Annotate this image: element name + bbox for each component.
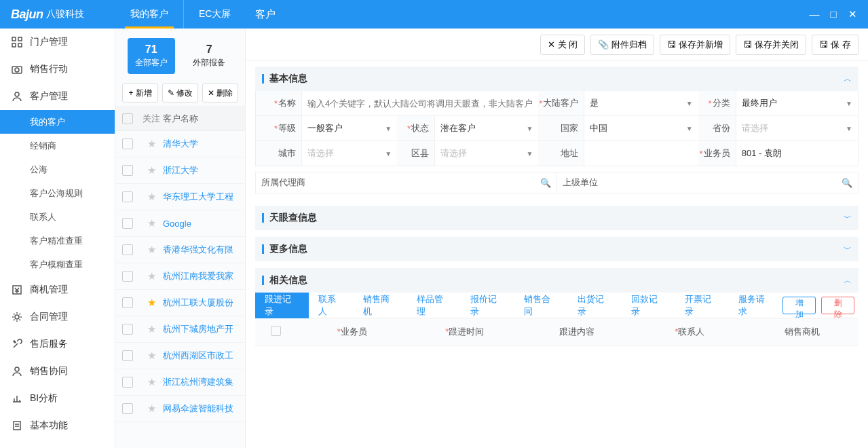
category-select[interactable]: 最终用户▼ — [736, 97, 858, 109]
list-row[interactable]: ★香港华强文化有限 — [115, 237, 245, 263]
star-icon[interactable]: ★ — [147, 403, 156, 414]
row-checkbox[interactable] — [122, 403, 133, 414]
rel-select-all[interactable] — [255, 326, 296, 338]
row-checkbox[interactable] — [122, 324, 133, 335]
save-new-button[interactable]: 🖫保存并新增 — [660, 35, 730, 55]
list-row[interactable]: ★清华大学 — [115, 131, 245, 157]
close-button[interactable]: ✕关 闭 — [540, 35, 586, 55]
nav-sub-dealer[interactable]: 经销商 — [0, 134, 115, 157]
count-tab-all[interactable]: 71全部客户 — [128, 38, 175, 74]
row-checkbox[interactable] — [122, 244, 133, 255]
close-icon[interactable]: ✕ — [846, 8, 858, 20]
save-close-button[interactable]: 🖫保存并关闭 — [736, 35, 806, 55]
star-icon[interactable]: ★ — [147, 323, 156, 335]
section-basic-header[interactable]: 基本信息︿ — [255, 67, 858, 91]
rel-tab[interactable]: 回款记录 — [622, 293, 675, 318]
customer-name-link[interactable]: 华东理工大学工程 — [163, 191, 238, 203]
rel-tab[interactable]: 跟进记录 — [255, 293, 309, 318]
nav-sub-dedup-exact[interactable]: 客户精准查重 — [0, 229, 115, 253]
row-checkbox[interactable] — [122, 350, 133, 361]
chevron-up-icon[interactable]: ︿ — [844, 73, 852, 85]
related-del-button[interactable]: 删除 — [821, 297, 854, 314]
star-icon[interactable]: ★ — [147, 191, 156, 202]
star-icon[interactable]: ★ — [147, 244, 156, 255]
level-select[interactable]: 一般客户▼ — [302, 122, 397, 134]
row-checkbox[interactable] — [122, 271, 133, 282]
nav-bi[interactable]: BI分析 — [0, 385, 115, 412]
customer-name-link[interactable]: Google — [163, 219, 238, 229]
list-row[interactable]: ★浙江杭州湾建筑集 — [115, 369, 245, 396]
salesman-field[interactable]: 801 - 袁朗 — [736, 147, 858, 160]
nav-sub-dedup-fuzzy[interactable]: 客户模糊查重 — [0, 253, 115, 276]
row-checkbox[interactable] — [122, 138, 133, 149]
add-button[interactable]: +新增 — [122, 83, 158, 102]
search-icon[interactable]: 🔍 — [842, 178, 852, 188]
rel-tab[interactable]: 销售合同 — [514, 293, 568, 318]
list-row[interactable]: ★杭州西湖区市政工 — [115, 343, 245, 369]
list-row[interactable]: ★浙江大学 — [115, 157, 245, 184]
row-checkbox[interactable] — [122, 191, 133, 202]
list-row[interactable]: ★网易伞波智能科技 — [115, 396, 245, 422]
city-select[interactable]: 请选择▼ — [302, 147, 397, 160]
nav-portal[interactable]: 门户管理 — [0, 29, 115, 56]
list-row[interactable]: ★华东理工大学工程 — [115, 184, 245, 210]
section-related-header[interactable]: 相关信息︿ — [255, 268, 858, 293]
archive-button[interactable]: 📎附件归档 — [590, 35, 654, 55]
rel-tab[interactable]: 销售商机 — [354, 293, 407, 318]
chevron-down-icon[interactable]: ﹀ — [844, 212, 852, 224]
customer-name-link[interactable]: 浙江杭州湾建筑集 — [163, 376, 238, 388]
rel-tab[interactable]: 开票记录 — [675, 293, 729, 318]
agent-lookup[interactable]: 所属代理商🔍 — [255, 172, 557, 193]
rel-tab[interactable]: 报价记录 — [461, 293, 514, 318]
delete-button[interactable]: ✕删除 — [202, 83, 238, 102]
rel-tab[interactable]: 样品管理 — [407, 293, 461, 318]
star-icon[interactable]: ★ — [147, 164, 156, 176]
search-icon[interactable]: 🔍 — [540, 178, 551, 188]
rel-tab[interactable]: 联系人 — [309, 293, 354, 318]
count-tab-external[interactable]: 7外部报备 — [185, 38, 233, 74]
country-select[interactable]: 中国▼ — [584, 122, 698, 134]
customer-name-link[interactable]: 浙江大学 — [163, 164, 238, 176]
nav-sub-contacts[interactable]: 联系人 — [0, 205, 115, 229]
row-checkbox[interactable] — [122, 165, 133, 176]
customer-name-link[interactable]: 杭州江南我爱我家 — [163, 270, 238, 282]
district-select[interactable]: 请选择▼ — [435, 147, 538, 160]
star-icon[interactable]: ★ — [147, 350, 156, 361]
mainland-select[interactable]: 是▼ — [584, 97, 698, 109]
address-input[interactable] — [590, 149, 692, 159]
nav-basic[interactable]: 基本功能 — [0, 412, 115, 439]
minimize-icon[interactable]: — — [808, 8, 820, 20]
nav-contract[interactable]: 合同管理 — [0, 303, 115, 331]
province-select[interactable]: 请选择▼ — [736, 122, 858, 134]
nav-customer-mgmt[interactable]: 客户管理 — [0, 83, 115, 110]
list-row[interactable]: ★Google — [115, 210, 245, 237]
nav-sub-my-customers[interactable]: 我的客户 — [0, 110, 115, 134]
related-add-button[interactable]: 增加 — [782, 297, 816, 314]
parent-lookup[interactable]: 上级单位🔍 — [557, 172, 858, 193]
row-checkbox[interactable] — [122, 377, 133, 388]
edit-button[interactable]: ✎修改 — [162, 83, 198, 102]
nav-opportunity[interactable]: 商机管理 — [0, 276, 115, 303]
nav-sales-action[interactable]: 销售行动 — [0, 56, 115, 83]
star-icon[interactable]: ★ — [147, 376, 156, 388]
customer-name-link[interactable]: 网易伞波智能科技 — [163, 403, 238, 415]
section-more-header[interactable]: 更多信息﹀ — [255, 237, 858, 261]
customer-name-link[interactable]: 清华大学 — [163, 138, 238, 150]
section-tianyan-header[interactable]: 天眼查信息﹀ — [255, 206, 858, 230]
list-row[interactable]: ★杭州下城房地产开 — [115, 316, 245, 343]
star-icon[interactable]: ★ — [147, 297, 156, 308]
rel-tab[interactable]: 服务请求 — [729, 293, 782, 318]
chevron-down-icon[interactable]: ﹀ — [844, 244, 852, 255]
topnav-tab-my-customers[interactable]: 我的客户 — [115, 0, 183, 29]
star-icon[interactable]: ★ — [147, 217, 156, 229]
customer-name-link[interactable]: 杭州下城房地产开 — [163, 323, 238, 335]
name-input[interactable] — [307, 98, 533, 109]
row-checkbox[interactable] — [122, 218, 133, 229]
row-checkbox[interactable] — [122, 297, 133, 308]
list-row[interactable]: ★杭州工联大厦股份 — [115, 290, 245, 316]
star-icon[interactable]: ★ — [147, 138, 156, 149]
star-icon[interactable]: ★ — [147, 270, 156, 282]
maximize-icon[interactable]: □ — [827, 8, 839, 20]
list-row[interactable]: ★杭州江南我爱我家 — [115, 263, 245, 290]
customer-name-link[interactable]: 香港华强文化有限 — [163, 244, 238, 256]
